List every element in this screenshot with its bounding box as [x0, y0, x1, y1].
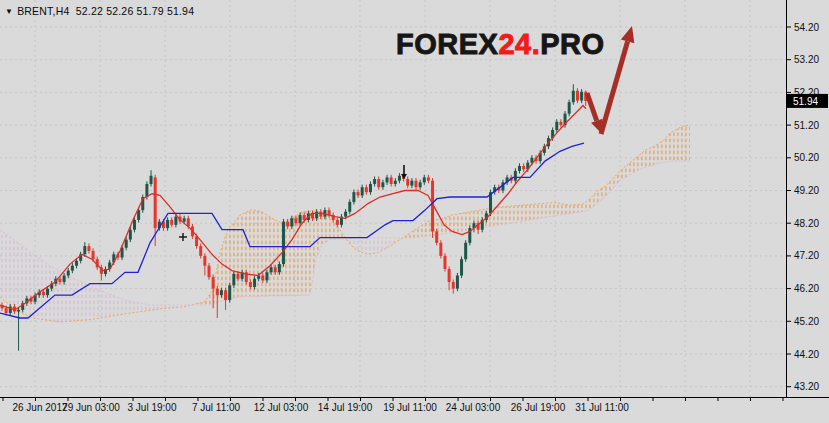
forecast-arrow-down [587, 93, 602, 133]
current-price-label: 51.94 [793, 96, 818, 107]
price-axis-label: 51.20 [794, 120, 819, 131]
cursor-arrow-icon [401, 165, 407, 179]
price-axis-label: 43.20 [794, 381, 819, 392]
time-axis-label: 12 Jul 03:00 [254, 402, 309, 413]
time-axis-label: 29 Jun 03:00 [62, 402, 120, 413]
symbol-readout[interactable]: ▼BRENT,H4 52.22 52.26 51.79 51.94 [5, 5, 194, 17]
time-axis-label: 14 Jul 19:00 [318, 402, 373, 413]
gridlines [0, 0, 786, 397]
time-axis-label: 26 Jul 19:00 [511, 402, 566, 413]
ohlc-readout: 52.22 52.26 51.79 51.94 [76, 5, 194, 17]
symbol-dropdown-icon[interactable]: ▼ [5, 7, 13, 16]
time-axis-label: 24 Jul 03:00 [446, 402, 501, 413]
current-price-badge: 51.94 [787, 94, 828, 108]
price-axis-label: 54.20 [794, 22, 819, 33]
price-axis-label: 45.20 [794, 316, 819, 327]
logo-part-pro: PRO [540, 28, 604, 60]
chart-canvas[interactable]: 54.2053.2052.2051.2050.2049.2048.2047.20… [0, 0, 829, 423]
cross-marker [179, 233, 187, 241]
time-axis-label: 26 Jun 2017 [12, 402, 67, 413]
price-axis-label: 48.20 [794, 218, 819, 229]
time-axis-label: 3 Jul 19:00 [128, 402, 177, 413]
axes: 54.2053.2052.2051.2050.2049.2048.2047.20… [0, 0, 829, 413]
chart-window: 54.2053.2052.2051.2050.2049.2048.2047.20… [0, 0, 829, 423]
price-axis-label: 53.20 [794, 54, 819, 65]
logo-part-24: 24. [498, 28, 540, 60]
price-axis-label: 47.20 [794, 250, 819, 261]
price-axis-label: 50.20 [794, 152, 819, 163]
forex24pro-watermark: FOREX24.PRO [396, 28, 605, 61]
time-axis-label: 7 Jul 11:00 [192, 402, 241, 413]
logo-part-forex: FOREX [396, 28, 498, 60]
price-axis-label: 46.20 [794, 283, 819, 294]
time-axis-label: 31 Jul 11:00 [575, 402, 629, 413]
price-axis-label: 44.20 [794, 349, 819, 360]
price-axis-label: 49.20 [794, 185, 819, 196]
forecast-arrow-up [601, 26, 634, 134]
time-axis-label: 19 Jul 11:00 [383, 402, 437, 413]
symbol-label: BRENT,H4 [17, 5, 69, 17]
